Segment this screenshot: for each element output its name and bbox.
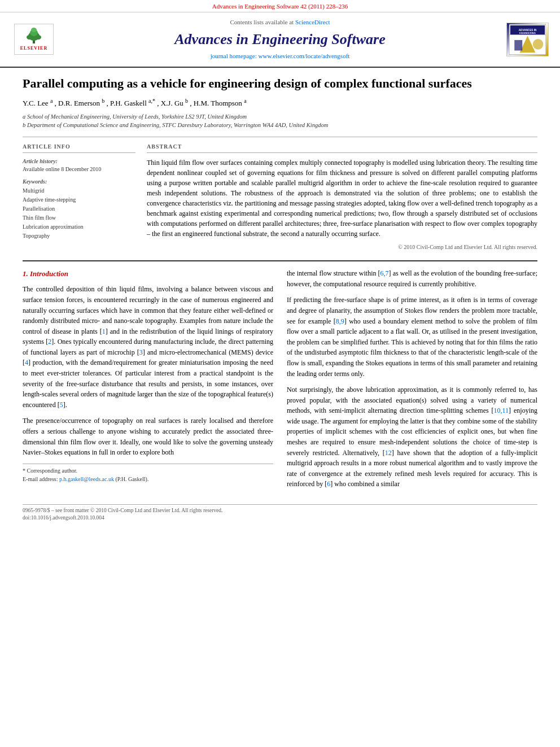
main-content: Parallel computing as a vehicle for engi…: [0, 68, 560, 534]
authors-line: Y.C. Lee a , D.R. Emerson b , P.H. Gaske…: [23, 97, 537, 109]
keyword-adaptive: Adaptive time-stepping: [23, 196, 135, 204]
keyword-parallelisation: Parallelisation: [23, 205, 135, 213]
svg-point-5: [36, 35, 41, 40]
bottom-bar: 0965-9978/$ – see front matter © 2010 Ci…: [23, 504, 537, 522]
journal-title: Advances in Engineering Software: [62, 29, 498, 50]
sciencedirect-link: Contents lists available at ScienceDirec…: [62, 18, 498, 27]
body-section: 1. Introduction The controlled depositio…: [23, 260, 537, 495]
journal-logo-icon: ADVANCES IN ENGINEERING: [509, 23, 546, 56]
copyright: © 2010 Civil-Comp Ltd and Elsevier Ltd. …: [147, 243, 537, 251]
body-columns: 1. Introduction The controlled depositio…: [23, 268, 537, 495]
journal-reference: Advances in Engineering Software 42 (201…: [0, 0, 560, 12]
svg-point-4: [27, 35, 32, 40]
elsevier-logo: ELSEVIER: [14, 24, 54, 55]
keyword-thin-film: Thin film flow: [23, 214, 135, 222]
svg-rect-12: [514, 40, 522, 51]
issn-line: 0965-9978/$ – see front matter © 2010 Ci…: [23, 507, 537, 514]
paper-title: Parallel computing as a vehicle for engi…: [23, 76, 537, 92]
abstract-text: Thin liquid film flow over surfaces cont…: [147, 158, 537, 239]
intro-para2: The presence/occurrence of topography on…: [23, 416, 273, 457]
intro-heading: 1. Introduction: [23, 268, 273, 279]
email-address: p.h.gaskell@leeds.ac.uk: [59, 476, 114, 482]
section-divider: [23, 137, 537, 137]
abstract-title: ABSTRACT: [147, 143, 537, 153]
footnote-area: * Corresponding author. E-mail address: …: [23, 464, 273, 484]
keyword-topography: Topography: [23, 232, 135, 240]
body-right-column: the internal flow structure within [6,7]…: [287, 268, 537, 495]
right-para2: If predicting the free-surface shape is …: [287, 295, 537, 379]
keyword-lubrication: Lubrication approximation: [23, 223, 135, 231]
elsevier-logo-area: ELSEVIER: [11, 24, 56, 55]
email-note: (P.H. Gaskell).: [115, 476, 148, 482]
article-history: Article history: Available online 8 Dece…: [23, 158, 135, 173]
sciencedirect-anchor[interactable]: ScienceDirect: [295, 19, 330, 25]
journal-logo-area: ADVANCES IN ENGINEERING: [504, 23, 549, 56]
journal-header-center: Contents lists available at ScienceDirec…: [62, 18, 498, 60]
keyword-multigrid: Multigrid: [23, 187, 135, 195]
right-para1: the internal flow structure within [6,7]…: [287, 268, 537, 289]
affiliations: a School of Mechanical Engineering, Univ…: [23, 112, 537, 130]
right-para3: Not surprisingly, the above lubrication …: [287, 385, 537, 490]
corresponding-author: * Corresponding author.: [23, 466, 273, 475]
journal-logo-box: ADVANCES IN ENGINEERING: [506, 23, 549, 56]
abstract-panel: ABSTRACT Thin liquid film flow over surf…: [147, 143, 537, 251]
journal-homepage: journal homepage: www.elsevier.com/locat…: [62, 52, 498, 60]
keywords-section: Keywords: Multigrid Adaptive time-steppi…: [23, 178, 135, 240]
info-abstract-section: ARTICLE INFO Article history: Available …: [23, 143, 537, 251]
journal-ref-text: Advances in Engineering Software 42 (201…: [212, 3, 348, 10]
elsevier-tree-icon: [23, 27, 45, 44]
homepage-url: www.elsevier.com/locate/advengsoft: [259, 53, 350, 59]
article-info-panel: ARTICLE INFO Article history: Available …: [23, 143, 135, 251]
email-label: E-mail address:: [23, 476, 58, 482]
body-left-column: 1. Introduction The controlled depositio…: [23, 268, 273, 495]
doi-line: doi:10.1016/j.advengsoft.2010.10.004: [23, 514, 537, 522]
intro-para1: The controlled deposition of thin liquid…: [23, 284, 273, 410]
article-info-title: ARTICLE INFO: [23, 143, 135, 153]
journal-header: ELSEVIER Contents lists available at Sci…: [0, 12, 560, 67]
svg-point-3: [31, 28, 37, 32]
elsevier-wordmark: ELSEVIER: [20, 45, 47, 51]
svg-point-13: [533, 39, 544, 50]
svg-text:ENGINEERING: ENGINEERING: [519, 32, 536, 34]
